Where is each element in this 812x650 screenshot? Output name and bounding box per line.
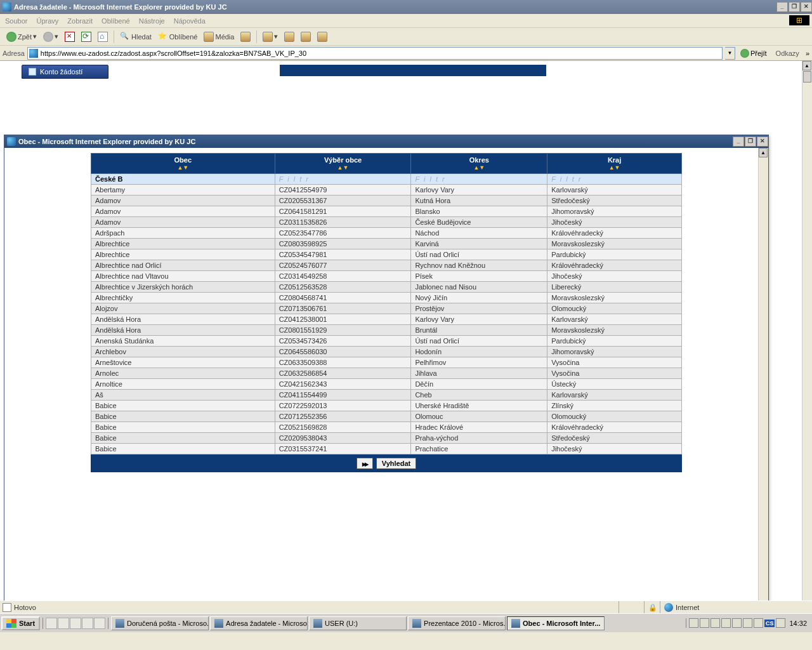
tray-icon[interactable]: [732, 618, 742, 628]
scroll-up-icon[interactable]: ▲: [759, 148, 768, 157]
cell-kraj[interactable]: Vysočina: [547, 357, 682, 368]
cell-okres[interactable]: Cheb: [411, 390, 547, 401]
col-header-obec[interactable]: Obec▲▼: [91, 154, 275, 174]
cell-kraj[interactable]: Liberecký: [547, 282, 682, 293]
cell-kraj[interactable]: Vysočina: [547, 368, 682, 379]
minimize-button[interactable]: _: [776, 2, 788, 12]
cell-kraj[interactable]: Pardubický: [547, 336, 682, 347]
next-page-button[interactable]: [357, 458, 373, 469]
cell-okres[interactable]: Blansko: [411, 206, 547, 217]
tab-konto-zadosti[interactable]: Konto žádostí: [22, 65, 108, 79]
table-row[interactable]: BabiceCZ0722592013Uherské HradištěZlínsk…: [91, 401, 682, 411]
cell-okres[interactable]: Ústí nad Orlicí: [411, 249, 547, 260]
cell-okres[interactable]: České Budějovice: [411, 217, 547, 228]
table-row[interactable]: Albrechtice v Jizerských horáchCZ0512563…: [91, 282, 682, 293]
cell-obec[interactable]: Babice: [91, 444, 275, 454]
close-button[interactable]: ✕: [801, 2, 812, 12]
cell-kraj[interactable]: Ústecký: [547, 379, 682, 390]
cell-okres[interactable]: Jihlava: [411, 368, 547, 379]
popup-maximize-button[interactable]: ❐: [745, 136, 756, 147]
cell-okres[interactable]: Karviná: [411, 239, 547, 249]
cell-kraj[interactable]: Olomoucký: [547, 411, 682, 422]
cell-okres[interactable]: Karlovy Vary: [411, 314, 547, 325]
cell-kraj[interactable]: Moravskoslezský: [547, 325, 682, 336]
cell-vyber[interactable]: CZ0521569828: [275, 422, 411, 433]
cell-okres[interactable]: Prostějov: [411, 303, 547, 314]
ql-app[interactable]: [82, 618, 93, 629]
popup-close-button[interactable]: ✕: [757, 136, 768, 147]
table-row[interactable]: AdamovCZ0641581291BlanskoJihomoravský: [91, 206, 682, 217]
refresh-button[interactable]: [79, 30, 94, 43]
mail-button[interactable]: ▾: [260, 30, 280, 43]
cell-vyber[interactable]: CZ0803598925: [275, 239, 411, 249]
cell-okres[interactable]: Karlovy Vary: [411, 185, 547, 196]
table-row[interactable]: BabiceCZ0209538043Praha-východStředočesk…: [91, 433, 682, 444]
start-button[interactable]: Start: [1, 616, 40, 630]
cell-kraj[interactable]: Středočeský: [547, 433, 682, 444]
taskbar-task[interactable]: Obec - Microsoft Inter...: [507, 616, 605, 630]
table-row[interactable]: BabiceCZ0315537241PrachaticeJihočeský: [91, 444, 682, 454]
filter-input-vyber[interactable]: F i l t r: [275, 174, 411, 184]
popup-minimize-button[interactable]: _: [733, 136, 744, 147]
cell-vyber[interactable]: CZ0315537241: [275, 444, 411, 454]
cell-okres[interactable]: Pelhřimov: [411, 357, 547, 368]
table-row[interactable]: Albrechtice nad OrlicíCZ0524576077Rychno…: [91, 260, 682, 271]
home-button[interactable]: [95, 30, 110, 43]
cell-vyber[interactable]: CZ0801551929: [275, 325, 411, 336]
cell-kraj[interactable]: Karlovarský: [547, 314, 682, 325]
taskbar-task[interactable]: Doručená pošta - Microso...: [111, 616, 209, 630]
cell-obec[interactable]: Babice: [91, 422, 275, 433]
maximize-button[interactable]: ❐: [789, 2, 800, 12]
table-row[interactable]: AlojzovCZ0713506761ProstějovOlomoucký: [91, 303, 682, 314]
cell-obec[interactable]: Andělská Hora: [91, 325, 275, 336]
menu-oblibene[interactable]: Oblíbené: [102, 17, 130, 25]
cell-obec[interactable]: Abertamy: [91, 185, 275, 196]
cell-obec[interactable]: Albrechtice v Jizerských horách: [91, 282, 275, 293]
cell-vyber[interactable]: CZ0205531367: [275, 196, 411, 206]
taskbar-task[interactable]: USER (U:): [309, 616, 407, 630]
table-row[interactable]: BabiceCZ0521569828Hradec KrálovéKrálovéh…: [91, 422, 682, 433]
cell-okres[interactable]: Ústí nad Orlicí: [411, 336, 547, 347]
address-dropdown[interactable]: ▼: [725, 47, 735, 60]
cell-vyber[interactable]: CZ0633509388: [275, 357, 411, 368]
col-header-vyber[interactable]: Výběr obce▲▼: [275, 154, 411, 174]
stop-button[interactable]: [62, 30, 77, 43]
table-row[interactable]: ArchlebovCZ0645586030HodonínJihomoravský: [91, 347, 682, 357]
col-header-okres[interactable]: Okres▲▼: [411, 154, 547, 174]
cell-obec[interactable]: Albrechtice nad Vltavou: [91, 271, 275, 282]
go-button[interactable]: Přejít: [738, 49, 769, 58]
cell-kraj[interactable]: Královéhradecký: [547, 228, 682, 239]
cell-vyber[interactable]: CZ0209538043: [275, 433, 411, 444]
table-row[interactable]: AšCZ0411554499ChebKarlovarský: [91, 390, 682, 401]
links-label[interactable]: Odkazy: [772, 50, 803, 57]
cell-vyber[interactable]: CZ0524576077: [275, 260, 411, 271]
cell-obec[interactable]: Arneštovice: [91, 357, 275, 368]
ql-outlook[interactable]: [70, 618, 81, 629]
cell-vyber[interactable]: CZ0804568741: [275, 293, 411, 303]
discuss-button[interactable]: [315, 30, 330, 43]
cell-kraj[interactable]: Olomoucký: [547, 303, 682, 314]
cell-okres[interactable]: Hradec Králové: [411, 422, 547, 433]
cell-okres[interactable]: Děčín: [411, 379, 547, 390]
favorites-button[interactable]: ⭐Oblíbené: [155, 30, 200, 43]
table-row[interactable]: Anenská StudánkaCZ0534573426Ústí nad Orl…: [91, 336, 682, 347]
cell-obec[interactable]: Albrechtice: [91, 249, 275, 260]
cell-okres[interactable]: Jablonec nad Nisou: [411, 282, 547, 293]
cell-kraj[interactable]: Jihočeský: [547, 271, 682, 282]
cell-okres[interactable]: Náchod: [411, 228, 547, 239]
cell-obec[interactable]: Adršpach: [91, 228, 275, 239]
popup-scrollbar[interactable]: ▲ ▼: [758, 148, 768, 613]
back-button[interactable]: Zpět ▾: [4, 30, 39, 43]
scroll-up-icon[interactable]: ▲: [802, 61, 811, 70]
sort-icon[interactable]: ▲▼: [279, 164, 407, 171]
cell-okres[interactable]: Uherské Hradiště: [411, 401, 547, 411]
scroll-thumb[interactable]: [803, 71, 811, 83]
forward-button[interactable]: ▾: [41, 30, 61, 43]
language-indicator[interactable]: CS: [764, 620, 775, 627]
table-row[interactable]: AlbrechticeCZ0803598925KarvináMoravskosl…: [91, 239, 682, 249]
cell-obec[interactable]: Alojzov: [91, 303, 275, 314]
taskbar-task[interactable]: Adresa žadatele - Microso...: [210, 616, 308, 630]
cell-kraj[interactable]: Královéhradecký: [547, 422, 682, 433]
table-row[interactable]: Andělská HoraCZ0801551929BruntálMoravsko…: [91, 325, 682, 336]
tray-icon[interactable]: [743, 618, 752, 628]
